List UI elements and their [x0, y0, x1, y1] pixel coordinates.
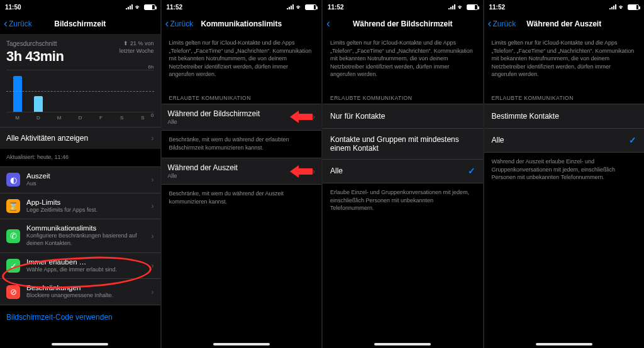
- restrictions-icon: ⊘: [6, 285, 20, 299]
- option-label: Bestimmte Kontakte: [492, 112, 559, 121]
- option-label: Alle: [330, 166, 343, 175]
- clock: 11:52: [167, 4, 183, 11]
- option-label: Alle: [492, 136, 504, 144]
- signal-icon: [609, 4, 616, 9]
- clock: 11:52: [489, 4, 506, 11]
- chevron-right-icon: ›: [152, 134, 154, 143]
- x-tick: M: [50, 115, 67, 121]
- battery-icon: [305, 4, 316, 10]
- avg-value: 3h 43min: [6, 48, 64, 65]
- last-updated: Aktualisiert: heute, 11:46: [0, 149, 160, 166]
- row-title: App-Limits: [26, 198, 145, 206]
- avg-line: [6, 91, 154, 92]
- x-tick: S: [134, 115, 151, 121]
- page-title: Während der Bildschirmzeit: [353, 19, 453, 28]
- settings-row[interactable]: ✓Immer erlauben …Wähle Apps, die immer e…: [0, 253, 160, 279]
- avg-delta: ⬆ 21 % von letzter Woche: [119, 40, 154, 55]
- row-desc: Beschränke, mit wem du während der erlau…: [162, 131, 322, 158]
- nav-bar: Zurück Kommunikationslimits: [162, 14, 322, 34]
- option-row[interactable]: Alle✓: [323, 159, 483, 183]
- screen-waehrend-bildschirmzeit: 11:52 ᯤ Während der Bildschirmzeit Limit…: [323, 0, 483, 348]
- auszeit-icon: ◐: [6, 173, 20, 187]
- home-indicator[interactable]: [213, 343, 270, 345]
- arrow-up-icon: ⬆: [123, 40, 128, 46]
- chevron-right-icon: ›: [152, 261, 154, 270]
- average-card[interactable]: Tagesdurchschnitt 3h 43min ⬆ 21 % von le…: [0, 34, 160, 127]
- settings-group: ◐AuszeitAus›⌛App-LimitsLege Zeitlimits f…: [0, 166, 160, 305]
- section-header: ERLAUBTE KOMMUNIKATION: [323, 89, 483, 104]
- row-title: Immer erlauben …: [26, 258, 145, 266]
- status-bar: 11:52 ᯤ: [162, 0, 322, 14]
- home-indicator[interactable]: [52, 343, 108, 345]
- row-sub: Wähle Apps, die immer erlaubt sind.: [26, 266, 145, 274]
- use-passcode-link[interactable]: Bildschirmzeit-Code verwenden: [0, 305, 160, 329]
- row-sub: Aus: [26, 180, 145, 188]
- wifi-icon: ᯤ: [135, 4, 142, 11]
- x-tick: M: [9, 115, 26, 121]
- screen-bildschirmzeit: 11:50 ᯤ Zurück Bildschirmzeit Tagesdurch…: [0, 0, 160, 348]
- screen-waehrend-auszeit: 11:52 ᯤ Zurück Während der Auszeit Limit…: [484, 0, 645, 348]
- app-limits-icon: ⌛: [6, 199, 20, 213]
- chevron-right-icon: ›: [313, 167, 315, 176]
- x-tick: D: [30, 115, 47, 121]
- option-row[interactable]: Alle✓: [484, 128, 645, 152]
- row-sub: Alle: [168, 119, 260, 125]
- x-tick: D: [72, 115, 89, 121]
- row-sub: Konfiguriere Beschränkungen basierend au…: [26, 232, 145, 247]
- battery-icon: [144, 4, 155, 10]
- always-allowed-icon: ✓: [6, 259, 20, 273]
- row-title: Während der Auszeit: [168, 163, 238, 172]
- back-button[interactable]: Zurück: [4, 19, 32, 29]
- section-header: ERLAUBTE KOMMUNIKATION: [162, 89, 322, 104]
- status-bar: 11:52 ᯤ: [323, 0, 483, 14]
- page-title: Während der Auszeit: [526, 19, 601, 28]
- row-title: Kommunikationslimits: [26, 224, 145, 232]
- back-button[interactable]: Zurück: [488, 19, 516, 29]
- signal-icon: [126, 4, 133, 9]
- comm-limit-row[interactable]: Während der BildschirmzeitAlle›: [162, 104, 322, 131]
- status-bar: 11:52 ᯤ: [484, 0, 645, 14]
- clock: 11:50: [5, 4, 21, 11]
- home-indicator[interactable]: [536, 343, 592, 345]
- settings-row[interactable]: ⊘BeschränkungenBlockiere unangemessene I…: [0, 278, 160, 305]
- x-tick: F: [92, 115, 109, 121]
- nav-bar: Während der Bildschirmzeit: [323, 14, 483, 34]
- option-label: Kontakte und Gruppen mit mindestens eine…: [330, 135, 475, 153]
- settings-row[interactable]: ◐AuszeitAus›: [0, 167, 160, 193]
- section-header: ERLAUBTE KOMMUNIKATION: [484, 89, 645, 104]
- row-sub: Alle: [168, 173, 238, 179]
- chevron-right-icon: ›: [313, 112, 315, 121]
- home-indicator[interactable]: [374, 343, 431, 345]
- nav-bar: Zurück Während der Auszeit: [484, 14, 645, 34]
- comm-limit-row[interactable]: Während der AuszeitAlle›: [162, 158, 322, 185]
- row-title: Während der Bildschirmzeit: [168, 109, 260, 118]
- chevron-right-icon: ›: [152, 232, 154, 241]
- option-list: Bestimmte KontakteAlle✓: [484, 104, 645, 153]
- intro-text: Limits gelten nur für iCloud-Kontakte un…: [323, 34, 483, 85]
- row-sub: Blockiere unangemessene Inhalte.: [26, 292, 145, 300]
- option-row[interactable]: Kontakte und Gruppen mit mindestens eine…: [323, 128, 483, 159]
- wifi-icon: ᯤ: [619, 4, 625, 11]
- battery-icon: [467, 4, 478, 10]
- wifi-icon: ᯤ: [296, 4, 303, 11]
- row-title: Auszeit: [26, 172, 145, 180]
- chart-bar: [34, 96, 43, 112]
- checkmark-icon: ✓: [629, 135, 636, 145]
- clock: 11:52: [328, 4, 344, 11]
- footer-text: Während der Auszeit erlaube Einzel- und …: [484, 153, 645, 188]
- nav-bar: Zurück Bildschirmzeit: [0, 14, 160, 34]
- settings-row[interactable]: ⌛App-LimitsLege Zeitlimits für Apps fest…: [0, 193, 160, 219]
- option-row[interactable]: Bestimmte Kontakte: [484, 104, 645, 128]
- battery-icon: [628, 4, 639, 10]
- option-row[interactable]: Nur für Kontakte: [323, 104, 483, 128]
- signal-icon: [287, 4, 294, 9]
- show-all-activity[interactable]: Alle Aktivitäten anzeigen ›: [0, 127, 160, 149]
- back-button[interactable]: Zurück: [165, 19, 194, 29]
- usage-bar-chart: 6h 0: [6, 70, 154, 112]
- chart-bar: [13, 76, 22, 112]
- settings-row[interactable]: ✆KommunikationslimitsKonfiguriere Beschr…: [0, 219, 160, 252]
- option-list: Nur für KontakteKontakte und Gruppen mit…: [323, 104, 483, 183]
- option-label: Nur für Kontakte: [330, 112, 385, 121]
- back-button[interactable]: [326, 19, 330, 29]
- row-title: Beschränkungen: [26, 284, 145, 291]
